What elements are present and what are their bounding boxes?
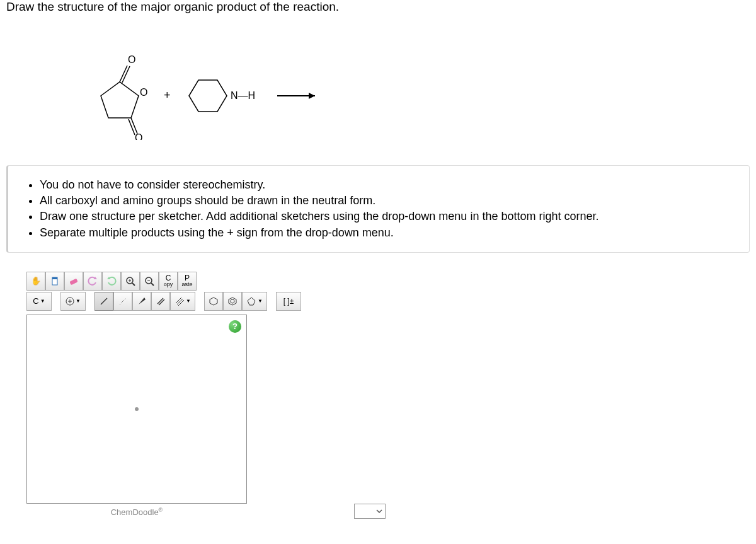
chemdoodle-brand: ChemDoodle® (26, 507, 247, 517)
redo-tool[interactable] (102, 272, 121, 291)
instruction-item: Draw one structure per sketcher. Add add… (40, 209, 735, 224)
svg-line-14 (132, 283, 135, 286)
clear-tool[interactable] (45, 272, 64, 291)
wedge-bond-tool[interactable] (132, 292, 151, 311)
svg-line-18 (151, 283, 154, 286)
ring-tool[interactable]: ▼ (242, 292, 267, 311)
svg-line-29 (177, 299, 183, 304)
single-bond-tool[interactable] (94, 292, 113, 311)
cyclohexane-tool[interactable] (204, 292, 223, 311)
instruction-item: Separate multiple products using the + s… (40, 225, 735, 241)
instruction-item: All carboxyl and amino groups should be … (40, 193, 735, 209)
element-picker[interactable]: C▼ (26, 292, 52, 311)
question-title: Draw the structure of the major organic … (6, 0, 750, 14)
paste-tool[interactable]: Paste (178, 272, 197, 291)
svg-rect-10 (69, 278, 77, 285)
recessed-bond-tool[interactable] (113, 292, 132, 311)
canvas-origin-dot (135, 407, 139, 411)
svg-marker-0 (101, 82, 139, 118)
svg-line-4 (129, 119, 135, 135)
svg-marker-32 (229, 298, 236, 305)
oxygen-ring-label: O (140, 87, 147, 98)
add-sketcher-dropdown[interactable] (354, 504, 386, 519)
add-tool[interactable]: ▼ (60, 292, 86, 311)
svg-line-3 (131, 118, 137, 134)
double-bond-tool[interactable] (151, 292, 170, 311)
nh-label: N—H (231, 90, 255, 101)
toolbar-row-1: ✋ Copy Paste (26, 272, 750, 291)
charge-tool[interactable]: [ ]± (276, 292, 301, 311)
svg-marker-31 (210, 298, 217, 305)
svg-marker-34 (248, 298, 255, 305)
svg-line-23 (101, 298, 107, 304)
svg-line-30 (178, 300, 184, 306)
svg-marker-5 (189, 80, 227, 112)
instruction-item: You do not have to consider stereochemis… (40, 177, 735, 193)
benzene-tool[interactable] (223, 292, 242, 311)
svg-line-24 (120, 298, 126, 304)
svg-marker-25 (139, 298, 146, 304)
triple-bond-tool[interactable]: ▼ (170, 292, 195, 311)
svg-line-28 (176, 298, 181, 303)
toolbar-row-2: C▼ ▼ ▼ (26, 292, 750, 311)
oxygen-bot-label: O (135, 132, 142, 140)
svg-rect-9 (52, 277, 57, 279)
zoom-in-tool[interactable] (121, 272, 140, 291)
undo-tool[interactable] (83, 272, 102, 291)
svg-point-33 (231, 299, 234, 303)
drawing-canvas[interactable]: ? (26, 315, 247, 504)
help-icon[interactable]: ? (229, 320, 241, 333)
sketcher: ✋ Copy Paste (26, 272, 750, 519)
instructions-panel: You do not have to consider stereochemis… (6, 165, 750, 253)
svg-marker-7 (309, 93, 315, 99)
oxygen-top-label: O (128, 54, 135, 65)
move-tool[interactable]: ✋ (26, 272, 45, 291)
plus-sign: + (164, 89, 171, 101)
zoom-out-tool[interactable] (140, 272, 159, 291)
copy-tool[interactable]: Copy (159, 272, 178, 291)
reaction-diagram: O O O + N—H (6, 26, 750, 159)
erase-tool[interactable] (64, 272, 83, 291)
